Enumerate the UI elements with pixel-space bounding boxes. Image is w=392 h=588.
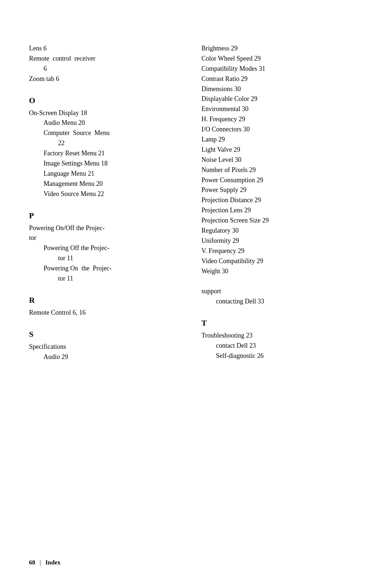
list-item: I/O Connectors 30 xyxy=(201,124,363,135)
list-item: Lens 6 xyxy=(29,44,187,54)
list-item: Factory Reset Menu 21 xyxy=(29,148,187,159)
page-number: 68 xyxy=(29,559,35,566)
list-item: support xyxy=(201,286,363,297)
list-item: Regulatory 30 xyxy=(201,226,363,236)
list-item: Dimensions 30 xyxy=(201,84,363,94)
list-item: Color Wheel Speed 29 xyxy=(201,54,363,64)
list-item: Image Settings Menu 18 xyxy=(29,159,187,169)
list-item: Video Compatibility 29 xyxy=(201,256,363,266)
list-item: Computer Source Menu xyxy=(29,128,187,138)
list-item: Powering Off the Projec- xyxy=(29,243,187,253)
list-item: On-Screen Display 18 xyxy=(29,108,187,118)
left-column: Lens 6 Remote control receiver 6 Zoom ta… xyxy=(29,44,187,362)
intro-entries: Lens 6 Remote control receiver 6 Zoom ta… xyxy=(29,44,187,84)
list-item: tor 11 xyxy=(29,274,187,284)
page-footer: 68 | Index xyxy=(29,559,60,566)
list-item: Specifications xyxy=(29,342,187,352)
list-item: Projection Distance 29 xyxy=(201,195,363,205)
section-letter-r: R xyxy=(29,295,187,305)
footer-separator: | xyxy=(40,559,41,566)
list-item: Number of Pixels 29 xyxy=(201,165,363,175)
list-item: Video Source Menu 22 xyxy=(29,189,187,199)
list-item: tor xyxy=(29,233,187,243)
list-item: Compatibility Modes 31 xyxy=(201,64,363,74)
list-item: Brightness 29 xyxy=(201,44,363,54)
list-item: Management Menu 20 xyxy=(29,179,187,189)
list-item: H. Frequency 29 xyxy=(201,114,363,124)
section-t: T Troubleshooting 23 contact Dell 23 Sel… xyxy=(201,318,363,361)
list-item: contacting Dell 33 xyxy=(201,297,363,307)
list-item: Contrast Ratio 29 xyxy=(201,74,363,84)
list-item: Audio 29 xyxy=(29,352,187,362)
list-item: Environmental 30 xyxy=(201,104,363,114)
section-letter-o: O xyxy=(29,96,187,105)
list-item: 22 xyxy=(29,138,187,148)
list-item: Audio Menu 20 xyxy=(29,118,187,128)
list-item: Troubleshooting 23 xyxy=(201,331,363,341)
list-item: Power Consumption 29 xyxy=(201,175,363,185)
list-item: 6 xyxy=(29,64,187,74)
list-item: Self-diagnostic 26 xyxy=(201,351,363,361)
list-item: contact Dell 23 xyxy=(201,341,363,351)
specs-entries: Brightness 29 Color Wheel Speed 29 Compa… xyxy=(201,44,363,276)
list-item: Lamp 29 xyxy=(201,135,363,145)
section-letter-p: P xyxy=(29,211,187,220)
list-item: Projection Lens 29 xyxy=(201,205,363,216)
list-item: Language Menu 21 xyxy=(29,169,187,179)
support-section: support contacting Dell 33 xyxy=(201,286,363,307)
list-item: V. Frequency 29 xyxy=(201,246,363,256)
index-content: Lens 6 Remote control receiver 6 Zoom ta… xyxy=(29,44,363,362)
list-item: Powering On/Off the Projec- xyxy=(29,223,187,233)
list-item: Zoom tab 6 xyxy=(29,74,187,84)
list-item: Projection Screen Size 29 xyxy=(201,216,363,226)
section-r: R Remote Control 6, 16 xyxy=(29,295,187,318)
list-item: Noise Level 30 xyxy=(201,155,363,165)
list-item: Weight 30 xyxy=(201,266,363,277)
list-item: Remote Control 6, 16 xyxy=(29,308,187,318)
section-p: P Powering On/Off the Projec- tor Poweri… xyxy=(29,211,187,284)
list-item: Powering On the Projec- xyxy=(29,264,187,274)
list-item: Uniformity 29 xyxy=(201,236,363,246)
right-column: Brightness 29 Color Wheel Speed 29 Compa… xyxy=(201,44,363,362)
footer-label: Index xyxy=(45,559,61,566)
section-letter-t: T xyxy=(201,318,363,328)
list-item: Displayable Color 29 xyxy=(201,94,363,104)
list-item: Remote control receiver xyxy=(29,54,187,64)
section-s: S Specifications Audio 29 xyxy=(29,330,187,362)
section-o: O On-Screen Display 18 Audio Menu 20 Com… xyxy=(29,96,187,199)
page: Lens 6 Remote control receiver 6 Zoom ta… xyxy=(0,0,392,588)
list-item: tor 11 xyxy=(29,253,187,264)
list-item: Light Valve 29 xyxy=(201,145,363,155)
list-item: Power Supply 29 xyxy=(201,185,363,195)
section-letter-s: S xyxy=(29,330,187,339)
